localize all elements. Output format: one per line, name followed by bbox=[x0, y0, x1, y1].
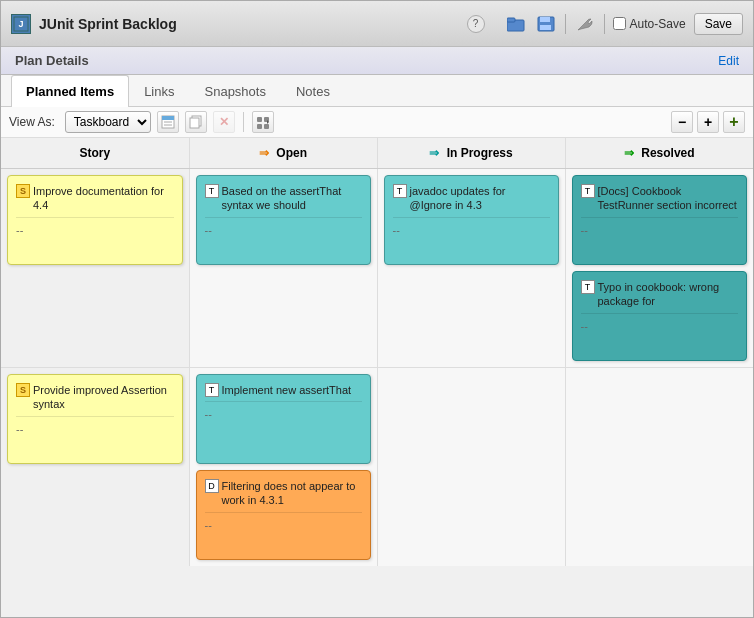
new-item-icon[interactable] bbox=[157, 111, 179, 133]
autosave-checkbox[interactable] bbox=[613, 17, 626, 30]
tab-notes[interactable]: Notes bbox=[281, 75, 345, 107]
svg-rect-16 bbox=[264, 124, 269, 129]
app-window: J JUnit Sprint Backlog ? Auto-Save Save bbox=[0, 0, 754, 618]
col-header-resolved: ⇒ Resolved bbox=[565, 138, 753, 169]
defect-icon: D bbox=[205, 479, 219, 493]
help-button[interactable]: ? bbox=[467, 15, 485, 33]
tab-snapshots[interactable]: Snapshots bbox=[190, 75, 281, 107]
open-arrow-icon: ⇒ bbox=[259, 146, 269, 160]
card-cookbook-testrunner[interactable]: T [Docs] Cookbook TestRunner section inc… bbox=[572, 175, 748, 265]
svg-text:J: J bbox=[18, 19, 23, 29]
col-header-open: ⇒ Open bbox=[189, 138, 377, 169]
board-row-2: S Provide improved Assertion syntax -- T bbox=[1, 368, 753, 567]
view-as-label: View As: bbox=[9, 115, 55, 129]
add-column-icon[interactable]: + bbox=[723, 111, 745, 133]
col-header-story: Story bbox=[1, 138, 189, 169]
inprogress-cell-1: T javadoc updates for @Ignore in 4.3 -- bbox=[377, 169, 565, 368]
toolbar-right: − + + bbox=[671, 111, 745, 133]
save-button[interactable]: Save bbox=[694, 13, 743, 35]
card-filtering[interactable]: D Filtering does not appear to work in 4… bbox=[196, 470, 371, 560]
window-title: JUnit Sprint Backlog bbox=[39, 16, 467, 32]
title-bar-actions: Auto-Save Save bbox=[505, 13, 743, 35]
tabs-bar: Planned Items Links Snapshots Notes bbox=[1, 75, 753, 107]
card-assertthat[interactable]: T Based on the assertThat syntax we shou… bbox=[196, 175, 371, 265]
autosave-checkbox-label[interactable]: Auto-Save bbox=[613, 17, 686, 31]
view-select[interactable]: Taskboard bbox=[65, 111, 151, 133]
card-implement-assertthat[interactable]: T Implement new assertThat -- bbox=[196, 374, 371, 464]
delete-icon[interactable]: ✕ bbox=[213, 111, 235, 133]
task-icon: T bbox=[205, 184, 219, 198]
expand-icon[interactable]: + bbox=[697, 111, 719, 133]
tab-planned-items[interactable]: Planned Items bbox=[11, 75, 129, 107]
plan-details-label: Plan Details bbox=[15, 53, 89, 68]
card-typo-cookbook[interactable]: T Typo in cookbook: wrong package for -- bbox=[572, 271, 748, 361]
board-row-1: S Improve documentation for 4.4 -- T bbox=[1, 169, 753, 368]
card-assertion-syntax[interactable]: S Provide improved Assertion syntax -- bbox=[7, 374, 183, 464]
board-container: Story ⇒ Open ⇒ In Progress ⇒ Resolved bbox=[1, 138, 753, 617]
resolved-arrow-icon: ⇒ bbox=[624, 146, 634, 160]
story-cell-1: S Improve documentation for 4.4 -- bbox=[1, 169, 189, 368]
collapse-icon[interactable]: − bbox=[671, 111, 693, 133]
svg-rect-3 bbox=[507, 18, 515, 22]
resolved-cell-2 bbox=[565, 368, 753, 567]
card-improve-docs[interactable]: S Improve documentation for 4.4 -- bbox=[7, 175, 183, 265]
toolbar: View As: Taskboard ✕ − + + bbox=[1, 107, 753, 138]
title-bar: J JUnit Sprint Backlog ? Auto-Save Save bbox=[1, 1, 753, 47]
wrench-icon[interactable] bbox=[574, 13, 596, 35]
svg-rect-5 bbox=[540, 17, 550, 22]
svg-rect-12 bbox=[190, 118, 199, 128]
svg-rect-6 bbox=[540, 25, 551, 30]
open-cell-2: T Implement new assertThat -- D Filterin… bbox=[189, 368, 377, 567]
open-cell-1: T Based on the assertThat syntax we shou… bbox=[189, 169, 377, 368]
tools-dropdown-icon[interactable] bbox=[252, 111, 274, 133]
card-javadoc[interactable]: T javadoc updates for @Ignore in 4.3 -- bbox=[384, 175, 559, 265]
board-header-row: Story ⇒ Open ⇒ In Progress ⇒ Resolved bbox=[1, 138, 753, 169]
plan-details-bar: Plan Details Edit bbox=[1, 47, 753, 75]
task-icon-2: T bbox=[393, 184, 407, 198]
save-icon[interactable] bbox=[535, 13, 557, 35]
svg-rect-8 bbox=[162, 116, 174, 120]
divider2 bbox=[604, 14, 605, 34]
divider bbox=[565, 14, 566, 34]
task-icon-3: T bbox=[581, 184, 595, 198]
folder-icon[interactable] bbox=[505, 13, 527, 35]
svg-rect-13 bbox=[257, 117, 262, 122]
task-icon-4: T bbox=[581, 280, 595, 294]
inprogress-cell-2 bbox=[377, 368, 565, 567]
svg-rect-15 bbox=[257, 124, 262, 129]
toolbar-separator bbox=[243, 112, 244, 132]
story-icon-2: S bbox=[16, 383, 30, 397]
story-cell-2: S Provide improved Assertion syntax -- bbox=[1, 368, 189, 567]
col-header-in-progress: ⇒ In Progress bbox=[377, 138, 565, 169]
in-progress-arrow-icon: ⇒ bbox=[429, 146, 439, 160]
app-icon: J bbox=[11, 14, 31, 34]
resolved-cell-1: T [Docs] Cookbook TestRunner section inc… bbox=[565, 169, 753, 368]
tab-links[interactable]: Links bbox=[129, 75, 189, 107]
task-icon-5: T bbox=[205, 383, 219, 397]
edit-link[interactable]: Edit bbox=[718, 54, 739, 68]
copy-icon[interactable] bbox=[185, 111, 207, 133]
story-icon: S bbox=[16, 184, 30, 198]
